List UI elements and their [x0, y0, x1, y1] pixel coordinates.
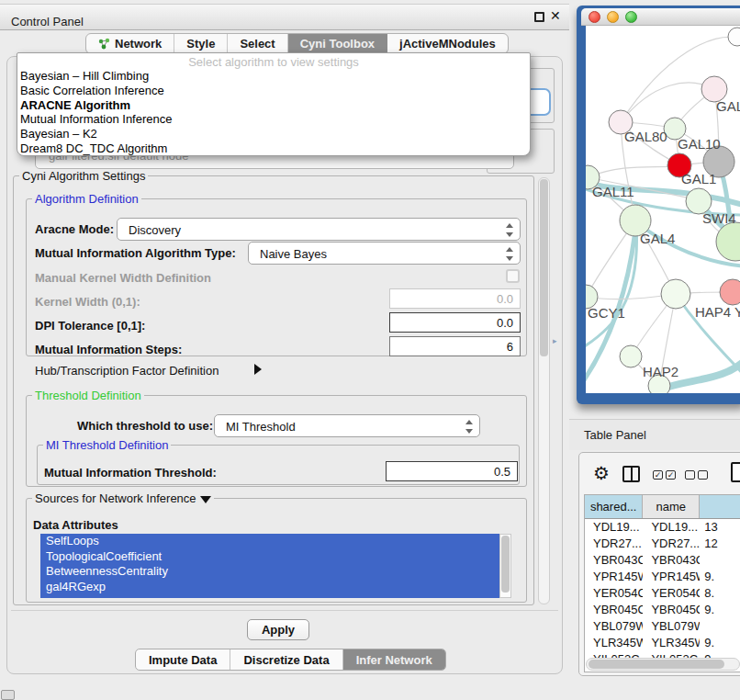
table-row[interactable]: YBR045CYBR045C9.: [585, 602, 740, 618]
splitpane-handle-icon[interactable]: ▸: [553, 336, 557, 345]
table-cell[interactable]: 13: [700, 519, 740, 536]
column-header-name[interactable]: name: [643, 495, 700, 518]
node-label: GAL: [716, 98, 740, 114]
table-cell[interactable]: YBL079W: [643, 618, 700, 635]
network-window-titlebar[interactable]: [581, 8, 740, 26]
table-cell[interactable]: YPR145W: [585, 569, 643, 585]
settings-scrollbar-thumb[interactable]: [540, 179, 548, 356]
table-row[interactable]: YDL19...YDL19...13: [585, 519, 740, 536]
table-row[interactable]: YER054CYER054C8.: [585, 585, 740, 602]
network-node[interactable]: [661, 279, 690, 309]
mi-algorithm-type-combobox[interactable]: Naive Bayes: [248, 242, 521, 265]
algorithm-option[interactable]: ARACNE Algorithm: [17, 98, 530, 113]
table-cell[interactable]: 9.: [700, 635, 740, 651]
tab-label: Network: [115, 37, 162, 51]
aracne-mode-label: Aracne Mode:: [35, 222, 114, 236]
kernel-width-field[interactable]: [389, 288, 521, 309]
mi-threshold-field[interactable]: [386, 461, 518, 481]
table-cell[interactable]: [700, 552, 740, 569]
dpi-tolerance-field[interactable]: [389, 312, 521, 333]
tab-style[interactable]: Style: [174, 34, 228, 53]
tab-label: jActiveMNodules: [399, 37, 496, 51]
algorithm-option[interactable]: Bayesian – K2: [17, 127, 530, 141]
table-row[interactable]: YBL079WYBL079W: [585, 618, 740, 635]
table-cell[interactable]: YBR045C: [585, 602, 643, 618]
hub-definition-label[interactable]: Hub/Transcription Factor Definition: [35, 364, 219, 378]
table-cell[interactable]: 8.: [700, 585, 740, 602]
close-traffic-light-icon[interactable]: [589, 11, 600, 23]
tab-cyni-toolbox[interactable]: Cyni Toolbox: [288, 34, 387, 53]
table-row[interactable]: YDR27...YDR27...12: [585, 536, 740, 552]
table-row[interactable]: YLR345WYLR345W9.: [585, 635, 740, 651]
tab-network[interactable]: Network: [86, 34, 174, 53]
table-cell[interactable]: 12: [700, 536, 740, 552]
checked-checkbox-icon[interactable]: ✓: [653, 470, 663, 480]
tab-impute-data[interactable]: Impute Data: [136, 649, 230, 670]
control-panel-title: Control Panel: [11, 15, 84, 28]
gear-icon[interactable]: ⚙: [593, 462, 610, 484]
table-row[interactable]: YBR043CYBR043C: [585, 552, 740, 569]
table-cell[interactable]: YBR043C: [585, 552, 643, 569]
table-cell[interactable]: YDL19...: [585, 519, 643, 536]
table-cell[interactable]: YLR345W: [585, 635, 643, 651]
table-row[interactable]: YPR145WYPR145W9.: [585, 569, 740, 585]
manual-kernel-width-checkbox[interactable]: [506, 269, 520, 283]
tab-discretize-data[interactable]: Discretize Data: [230, 649, 342, 670]
sources-group-title: Sources for Network Inference: [32, 491, 214, 505]
tab-select[interactable]: Select: [228, 34, 287, 53]
float-window-icon[interactable]: [534, 12, 544, 22]
table-cell[interactable]: YDR27...: [585, 536, 643, 552]
unchecked-checkbox-icon[interactable]: [698, 470, 708, 480]
table-cell[interactable]: 9.: [700, 602, 740, 618]
attributes-scrollbar-thumb[interactable]: [501, 536, 510, 593]
table-cell[interactable]: YBR045C: [643, 602, 700, 618]
column-layout-icon[interactable]: [622, 466, 640, 482]
table-cell[interactable]: YBR043C: [643, 552, 700, 569]
network-node[interactable]: [720, 279, 740, 305]
column-header-shared-name[interactable]: shared...: [585, 495, 643, 518]
table-cell[interactable]: YPR145W: [643, 569, 700, 585]
zoom-traffic-light-icon[interactable]: [625, 11, 637, 23]
table-cell[interactable]: YBL079W: [585, 618, 643, 635]
algorithm-option[interactable]: Basic Correlation Inference: [17, 84, 530, 98]
expand-arrow-icon[interactable]: [254, 364, 262, 375]
table-cell[interactable]: YER054C: [643, 585, 700, 602]
table-cell[interactable]: YDL19...: [643, 519, 700, 536]
algorithm-option[interactable]: Mutual Information Inference: [17, 112, 530, 127]
attribute-list-item[interactable]: BetweennessCentrality: [40, 564, 499, 580]
network-edge: [588, 166, 678, 177]
attribute-list-item[interactable]: gal4RGexp: [40, 580, 499, 595]
table-cell[interactable]: YLR345W: [643, 635, 700, 651]
algorithm-option[interactable]: Dream8 DC_TDC Algorithm: [17, 141, 530, 156]
minimized-panel-icon[interactable]: [1, 690, 15, 700]
column-header-partial[interactable]: [700, 495, 740, 518]
table-cell[interactable]: YDR27...: [643, 536, 700, 552]
aracne-mode-combobox[interactable]: Discovery: [117, 218, 521, 241]
which-threshold-combobox[interactable]: MI Threshold: [214, 414, 480, 437]
attribute-list-item[interactable]: SelfLoops: [40, 534, 499, 549]
tab-infer-network[interactable]: Infer Network: [343, 649, 445, 670]
minimize-traffic-light-icon[interactable]: [607, 11, 619, 23]
mi-steps-label: Mutual Information Steps:: [35, 343, 182, 356]
table-hscrollbar-thumb[interactable]: [589, 660, 724, 669]
algorithm-option[interactable]: Bayesian – Hill Climbing: [17, 69, 530, 84]
collapse-arrow-icon[interactable]: [200, 496, 211, 503]
table-cell[interactable]: 9.: [700, 569, 740, 585]
table-cell[interactable]: [700, 618, 740, 635]
tab-jactivemnodules[interactable]: jActiveMNodules: [387, 34, 508, 53]
network-canvas[interactable]: GALGAL80GAL10GAL1GAL11SWI4GAL4GCY1HAP4YH…: [586, 26, 740, 393]
apply-button[interactable]: Apply: [247, 619, 309, 640]
unchecked-checkbox-icon[interactable]: [685, 470, 695, 480]
mi-steps-field[interactable]: [389, 336, 521, 356]
close-window-icon[interactable]: ✕: [550, 8, 561, 23]
network-node[interactable]: [620, 345, 642, 367]
table-mode-icon[interactable]: [731, 462, 740, 482]
table-cell[interactable]: YER054C: [585, 585, 643, 602]
algorithm-dropdown-list: Bayesian – Hill ClimbingBasic Correlatio…: [17, 69, 530, 156]
checked-checkbox-icon[interactable]: ✓: [666, 470, 676, 480]
aracne-mode-value: Discovery: [129, 223, 181, 237]
sources-title-text[interactable]: Sources for Network Inference: [35, 491, 196, 505]
attribute-list-item[interactable]: TopologicalCoefficient: [40, 549, 499, 565]
network-node[interactable]: [716, 222, 740, 261]
network-node[interactable]: [728, 28, 740, 46]
